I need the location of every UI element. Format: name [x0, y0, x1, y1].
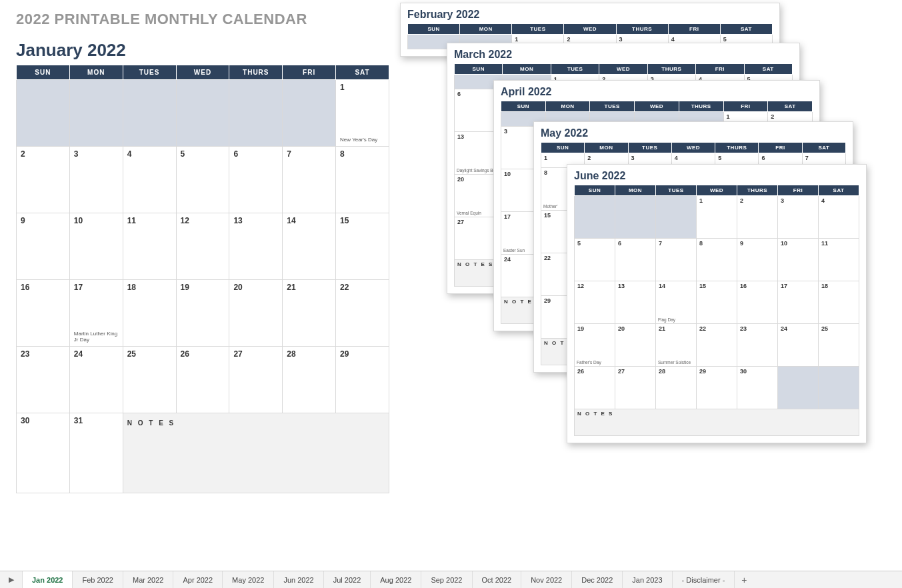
- calendar-cell[interactable]: [575, 196, 615, 239]
- sheet-tab[interactable]: Jul 2022: [324, 571, 371, 588]
- sheet-tab[interactable]: Jan 2023: [623, 571, 672, 588]
- sheet-tab[interactable]: Aug 2022: [371, 571, 421, 588]
- calendar-cell[interactable]: 11: [123, 213, 176, 280]
- calendar-cell[interactable]: 26: [176, 347, 229, 413]
- calendar-cell[interactable]: [69, 80, 123, 147]
- calendar-cell[interactable]: 9: [17, 213, 70, 280]
- calendar-cell[interactable]: 18: [819, 281, 859, 324]
- calendar-cell[interactable]: 15: [697, 281, 737, 324]
- calendar-cell[interactable]: 21: [283, 280, 336, 347]
- notes-area[interactable]: N O T E S: [123, 413, 389, 493]
- calendar-cell[interactable]: 15: [336, 213, 389, 280]
- day-header: WED: [635, 101, 679, 112]
- calendar-cell[interactable]: 13: [229, 213, 283, 280]
- calendar-cell[interactable]: 24: [778, 324, 819, 367]
- calendar-cell[interactable]: [17, 80, 70, 147]
- calendar-cell[interactable]: 14Flag Day: [656, 281, 697, 324]
- month-title: February 2022: [407, 9, 773, 21]
- calendar-cell[interactable]: [656, 196, 697, 239]
- calendar-cell[interactable]: 25: [123, 347, 176, 413]
- sheet-tab[interactable]: Oct 2022: [473, 571, 522, 588]
- calendar-cell[interactable]: 24: [69, 347, 123, 413]
- sheet-tab[interactable]: May 2022: [223, 571, 274, 588]
- calendar-cell[interactable]: 22: [336, 280, 389, 347]
- day-header: THURS: [229, 65, 283, 80]
- calendar-cell[interactable]: 1: [697, 196, 737, 239]
- sheet-tab[interactable]: Jan 2022: [23, 571, 73, 588]
- day-header: WED: [564, 24, 616, 35]
- calendar-cell[interactable]: 21Summer Solstice: [656, 324, 697, 367]
- calendar-cell[interactable]: [283, 80, 336, 147]
- tab-scroll-icon[interactable]: ▶: [0, 571, 23, 588]
- sheet-tab[interactable]: Sep 2022: [421, 571, 472, 588]
- calendar-cell[interactable]: 1New Year's Day: [336, 80, 389, 147]
- calendar-cell[interactable]: 10: [778, 239, 819, 281]
- calendar-cell[interactable]: 29: [697, 367, 737, 409]
- calendar-cell[interactable]: 20: [229, 280, 283, 347]
- calendar-cell[interactable]: 16: [17, 280, 70, 347]
- calendar-cell[interactable]: 20: [615, 324, 656, 367]
- calendar-cell[interactable]: 6: [229, 147, 283, 213]
- calendar-cell[interactable]: [778, 367, 819, 409]
- calendar-cell[interactable]: 23: [737, 324, 778, 367]
- sheet-tab[interactable]: Nov 2022: [521, 571, 572, 588]
- calendar-cell[interactable]: 30: [17, 413, 70, 493]
- calendar-cell[interactable]: [123, 80, 176, 147]
- calendar-cell[interactable]: 26: [575, 367, 615, 409]
- calendar-cell[interactable]: 8: [697, 239, 737, 281]
- calendar-cell[interactable]: 4: [123, 147, 176, 213]
- calendar-cell[interactable]: 11: [819, 239, 859, 281]
- calendar-cell[interactable]: 2: [17, 147, 70, 213]
- event-label: Flag Day: [658, 317, 694, 322]
- calendar-cell[interactable]: 5: [575, 239, 615, 281]
- calendar-cell[interactable]: 7: [283, 147, 336, 213]
- calendar-cell[interactable]: 10: [69, 213, 123, 280]
- calendar-cell[interactable]: 2: [737, 196, 778, 239]
- calendar-cell[interactable]: 31: [69, 413, 123, 493]
- day-header: SAT: [819, 185, 859, 196]
- calendar-cell[interactable]: 12: [575, 281, 615, 324]
- calendar-cell[interactable]: 18: [123, 280, 176, 347]
- calendar-cell[interactable]: 17Martin Luther King Jr Day: [69, 280, 123, 347]
- calendar-cell[interactable]: 7: [656, 239, 697, 281]
- calendar-cell[interactable]: 22: [697, 324, 737, 367]
- sheet-tab[interactable]: Mar 2022: [123, 571, 173, 588]
- sheet-tab[interactable]: - Disclaimer -: [673, 571, 735, 588]
- calendar-cell[interactable]: [176, 80, 229, 147]
- calendar-cell[interactable]: 25: [819, 324, 859, 367]
- calendar-cell[interactable]: 3: [69, 147, 123, 213]
- day-header: FRI: [723, 101, 768, 112]
- calendar-cell[interactable]: [819, 367, 859, 409]
- sheet-tab[interactable]: Dec 2022: [572, 571, 623, 588]
- day-header: MON: [460, 24, 512, 35]
- calendar-cell[interactable]: 12: [176, 213, 229, 280]
- calendar-cell[interactable]: 5: [176, 147, 229, 213]
- calendar-cell[interactable]: 14: [283, 213, 336, 280]
- day-header: FRI: [696, 64, 744, 75]
- calendar-cell[interactable]: 13: [615, 281, 656, 324]
- calendar-cell[interactable]: [229, 80, 283, 147]
- calendar-cell[interactable]: 8: [336, 147, 389, 213]
- calendar-cell[interactable]: 19Father's Day: [575, 324, 615, 367]
- calendar-cell[interactable]: 30: [737, 367, 778, 409]
- sheet-tab[interactable]: Apr 2022: [173, 571, 223, 588]
- day-header: SAT: [802, 143, 845, 153]
- add-sheet-button[interactable]: +: [735, 571, 753, 588]
- calendar-cell[interactable]: 29: [336, 347, 389, 413]
- calendar-cell[interactable]: [615, 196, 656, 239]
- calendar-cell[interactable]: 9: [737, 239, 778, 281]
- calendar-cell[interactable]: 4: [819, 196, 859, 239]
- calendar-cell[interactable]: 16: [737, 281, 778, 324]
- calendar-cell[interactable]: 23: [17, 347, 70, 413]
- calendar-cell[interactable]: 17: [778, 281, 819, 324]
- calendar-cell[interactable]: 3: [778, 196, 819, 239]
- sheet-tab[interactable]: Feb 2022: [73, 571, 123, 588]
- calendar-cell[interactable]: 6: [615, 239, 656, 281]
- sheet-tab[interactable]: Jun 2022: [274, 571, 323, 588]
- calendar-cell[interactable]: 28: [283, 347, 336, 413]
- calendar-cell[interactable]: 28: [656, 367, 697, 409]
- calendar-cell[interactable]: 27: [229, 347, 283, 413]
- calendar-cell[interactable]: 27: [615, 367, 656, 409]
- notes-area[interactable]: N O T E S: [575, 409, 859, 436]
- calendar-cell[interactable]: 19: [176, 280, 229, 347]
